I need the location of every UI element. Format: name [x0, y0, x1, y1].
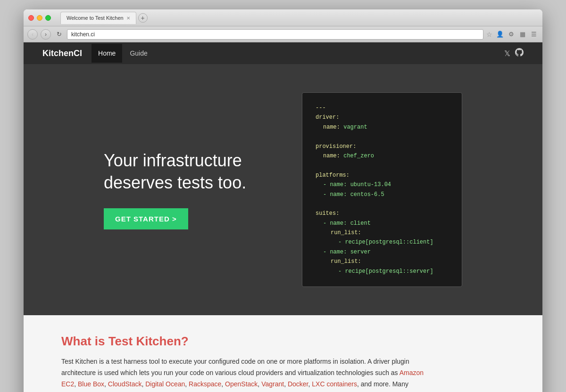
tab-close-icon[interactable]: ✕ — [126, 16, 130, 21]
section-title: What is Test Kitchen? — [61, 334, 505, 349]
site-nav: KitchenCI Home Guide 𝕏 — [24, 42, 542, 64]
link-blue-box[interactable]: Blue Box — [78, 380, 104, 388]
maximize-button[interactable] — [45, 15, 51, 21]
code-block: --- driver: name: vagrant provisioner: n… — [302, 92, 462, 287]
code-line: driver: — [316, 113, 449, 122]
code-line: - recipe[postgresql::client] — [316, 237, 449, 247]
site-nav-right: 𝕏 — [504, 48, 524, 58]
hero-text: Your infrastructure deserves tests too. … — [104, 150, 264, 229]
new-tab-button[interactable]: + — [138, 13, 148, 23]
github-icon[interactable] — [515, 48, 524, 58]
code-line: - name: client — [316, 219, 449, 228]
code-line: run_list: — [316, 257, 449, 266]
user-icon[interactable]: 👤 — [495, 30, 505, 39]
browser-tab[interactable]: Welcome to Test Kitchen ✕ — [60, 12, 136, 24]
minimize-button[interactable] — [37, 15, 42, 21]
address-bar: ‹ › ↻ kitchen.ci ☆ 👤 ⚙ ▦ ☰ — [24, 26, 542, 42]
url-bar[interactable]: kitchen.ci — [67, 29, 483, 40]
nav-links: Home Guide — [92, 44, 154, 63]
code-line — [316, 161, 449, 170]
code-line: name: chef_zero — [316, 151, 449, 161]
site-nav-left: KitchenCI Home Guide — [42, 44, 154, 63]
link-lxc[interactable]: LXC containers — [312, 380, 357, 388]
link-cloudstack[interactable]: CloudStack — [108, 380, 142, 388]
para-1: Test Kitchen is a test harness tool to e… — [61, 356, 429, 392]
settings-icon[interactable]: ⚙ — [507, 30, 516, 39]
code-line: - name: server — [316, 247, 449, 257]
site-brand[interactable]: KitchenCI — [42, 49, 82, 58]
close-button[interactable] — [28, 15, 34, 21]
code-line: - name: ubuntu-13.04 — [316, 180, 449, 189]
code-line: run_list: — [316, 228, 449, 237]
nav-link-guide[interactable]: Guide — [123, 44, 154, 63]
forward-button[interactable]: › — [41, 29, 51, 40]
link-rackspace[interactable]: Rackspace — [189, 380, 221, 388]
grid-icon[interactable]: ▦ — [518, 30, 527, 39]
nav-link-home[interactable]: Home — [92, 44, 122, 63]
twitter-icon[interactable]: 𝕏 — [504, 49, 510, 58]
code-line: - recipe[postgresql::server] — [316, 267, 449, 276]
code-line — [316, 132, 449, 141]
link-docker[interactable]: Docker — [288, 380, 308, 388]
link-vagrant[interactable]: Vagrant — [261, 380, 284, 388]
menu-icon[interactable]: ☰ — [529, 30, 539, 39]
get-started-button[interactable]: GET STARTED > — [104, 208, 188, 229]
tab-title: Welcome to Test Kitchen — [67, 15, 124, 21]
hero-headline: Your infrastructure deserves tests too. — [104, 150, 264, 194]
code-line: --- — [316, 103, 449, 113]
link-openstack[interactable]: OpenStack — [225, 380, 258, 388]
content-section: What is Test Kitchen? Test Kitchen is a … — [24, 315, 542, 392]
link-digital-ocean[interactable]: Digital Ocean — [145, 380, 185, 388]
code-line: platforms: — [316, 171, 449, 180]
back-button[interactable]: ‹ — [27, 29, 38, 40]
code-line — [316, 199, 449, 209]
traffic-lights — [28, 15, 51, 21]
code-line: name: vagrant — [316, 122, 449, 132]
browser-window: Welcome to Test Kitchen ✕ + ‹ › ↻ kitche… — [24, 9, 542, 392]
code-line: - name: centos-6.5 — [316, 190, 449, 199]
refresh-button[interactable]: ↻ — [54, 29, 64, 40]
code-line: suites: — [316, 209, 449, 218]
toolbar-icons: 👤 ⚙ ▦ ☰ — [495, 30, 539, 39]
tab-bar: Welcome to Test Kitchen ✕ + — [60, 12, 148, 24]
code-line: provisioner: — [316, 142, 449, 151]
title-bar: Welcome to Test Kitchen ✕ + — [24, 9, 542, 26]
hero-section: Your infrastructure deserves tests too. … — [24, 64, 542, 315]
bookmark-icon[interactable]: ☆ — [486, 31, 492, 38]
